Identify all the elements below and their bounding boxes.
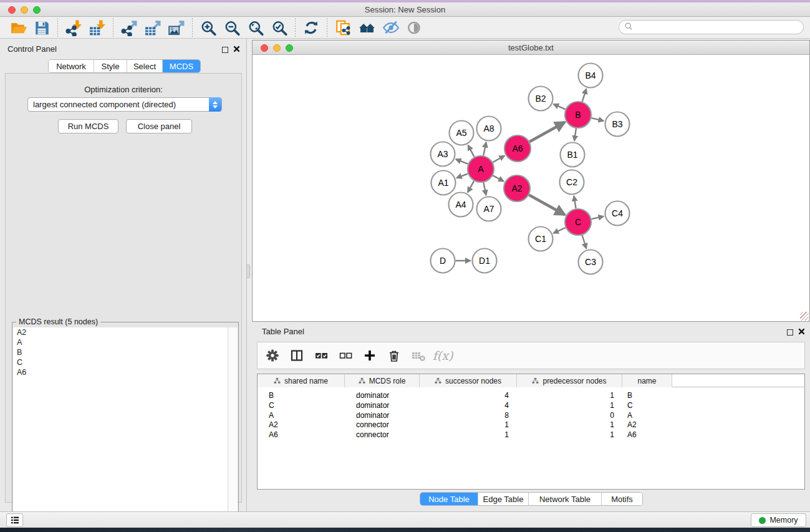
graph-edge-B-B2[interactable] <box>554 104 566 109</box>
network-canvas[interactable]: B4B2BB3A8A5A6A3B1AA1C2A2A4A7C4CC1C3DD1 <box>253 56 809 321</box>
cell-predecessor_nodes-row1[interactable]: 1 <box>517 400 614 410</box>
graph-node-C1[interactable]: C1 <box>529 227 553 251</box>
run-mcds-button[interactable]: Run MCDS <box>58 119 118 133</box>
tab-edge-table[interactable]: Edge Table <box>478 493 529 505</box>
graph-edge-A-A6[interactable] <box>493 156 504 163</box>
graph-edge-B-B1[interactable] <box>574 128 576 141</box>
zoom-fit-content-button[interactable] <box>244 18 268 37</box>
cell-mcds_role-row4[interactable]: connector <box>356 430 389 440</box>
cell-predecessor_nodes-row4[interactable]: 1 <box>517 430 614 440</box>
select-all-columns-button[interactable] <box>312 347 330 364</box>
cell-shared_name-row0[interactable]: B <box>269 390 274 400</box>
graph-node-A8[interactable]: A8 <box>477 117 501 141</box>
mcds-result-item[interactable]: A <box>13 337 229 347</box>
tab-network-table[interactable]: Network Table <box>529 493 602 505</box>
graph-edge-A-A2[interactable] <box>493 175 503 181</box>
graph-edge-C-C1[interactable] <box>554 228 566 233</box>
memory-button[interactable]: Memory <box>751 513 806 527</box>
graph-node-A4[interactable]: A4 <box>449 193 473 217</box>
close-panel-icon[interactable] <box>233 45 240 54</box>
graph-edge-A-A5[interactable] <box>468 145 475 157</box>
mcds-result-item[interactable]: A2 <box>13 327 229 337</box>
graph-node-B4[interactable]: B4 <box>579 64 603 88</box>
graph-edge-A2-C[interactable] <box>529 195 565 215</box>
cell-successor_nodes-row2[interactable]: 8 <box>420 410 509 420</box>
cell-successor_nodes-row4[interactable]: 1 <box>420 430 509 440</box>
graph-edge-A-A7[interactable] <box>483 183 486 195</box>
graph-node-A1[interactable]: A1 <box>432 171 456 195</box>
graph-node-B[interactable]: B <box>565 102 591 128</box>
graph-node-A3[interactable]: A3 <box>431 142 455 167</box>
column-header-shared-name[interactable]: shared name <box>258 374 345 387</box>
zoom-selected-button[interactable] <box>268 18 291 37</box>
graph-node-B3[interactable]: B3 <box>605 112 630 137</box>
cell-name-row1[interactable]: C <box>627 400 633 410</box>
search-input[interactable] <box>633 21 803 33</box>
float-panel-icon[interactable] <box>222 47 228 53</box>
cell-shared_name-row1[interactable]: C <box>269 400 274 410</box>
mcds-result-item[interactable]: C <box>13 357 229 367</box>
graph-edge-C-C4[interactable] <box>592 216 604 219</box>
tab-network[interactable]: Network <box>49 60 94 72</box>
hide-panels-button[interactable] <box>378 18 402 37</box>
graph-edge-A-A3[interactable] <box>456 159 468 164</box>
tab-style[interactable]: Style <box>94 60 127 72</box>
graph-node-A5[interactable]: A5 <box>450 121 474 145</box>
tab-node-table[interactable]: Node Table <box>420 493 478 505</box>
apply-layout-button[interactable] <box>299 18 323 37</box>
tab-mcds[interactable]: MCDS <box>163 60 200 72</box>
graph-node-D[interactable]: D <box>431 249 455 273</box>
tab-motifs[interactable]: Motifs <box>602 493 642 505</box>
duplicate-network-button[interactable] <box>331 18 355 37</box>
column-header-predecessor-nodes[interactable]: predecessor nodes <box>517 374 622 387</box>
cell-name-row2[interactable]: A <box>627 410 632 420</box>
network-window-titlebar[interactable]: testGlobe.txt <box>253 41 809 55</box>
split-columns-button[interactable] <box>288 347 306 364</box>
export-image-button[interactable] <box>165 18 188 37</box>
cell-successor_nodes-row0[interactable]: 4 <box>420 390 509 400</box>
save-session-button[interactable] <box>30 18 54 37</box>
column-header-name[interactable]: name <box>622 374 672 387</box>
export-network-button[interactable] <box>117 18 141 37</box>
resize-grip-icon[interactable] <box>800 312 809 321</box>
mcds-result-item[interactable]: A6 <box>13 367 229 377</box>
import-table-button[interactable] <box>85 18 109 37</box>
zoom-in-button[interactable] <box>196 18 220 37</box>
cell-successor_nodes-row1[interactable]: 4 <box>420 400 509 410</box>
cell-successor_nodes-row3[interactable]: 1 <box>420 420 509 430</box>
graph-edge-C-C3[interactable] <box>582 235 587 249</box>
import-network-button[interactable] <box>62 18 85 37</box>
tab-select[interactable]: Select <box>127 60 163 72</box>
graph-edge-A-A8[interactable] <box>483 142 486 155</box>
column-header-MCDS-role[interactable]: MCDS role <box>345 374 420 387</box>
cell-name-row0[interactable]: B <box>627 390 632 400</box>
cell-shared_name-row2[interactable]: A <box>269 410 274 420</box>
graph-edge-A6-B[interactable] <box>529 122 565 142</box>
cell-mcds_role-row1[interactable]: dominator <box>356 400 389 410</box>
close-panel-button[interactable]: Close panel <box>126 119 192 133</box>
float-table-panel-icon[interactable] <box>787 329 793 336</box>
graph-node-A6[interactable]: A6 <box>504 135 531 162</box>
graph-node-C[interactable]: C <box>565 209 591 235</box>
cell-shared_name-row3[interactable]: A2 <box>269 420 278 430</box>
graph-node-A7[interactable]: A7 <box>477 197 501 221</box>
criterion-select[interactable]: largest connected component (directed) <box>27 97 222 112</box>
cell-name-row4[interactable]: A6 <box>627 430 637 440</box>
graph-node-C2[interactable]: C2 <box>560 170 584 195</box>
graph-node-D1[interactable]: D1 <box>473 249 497 273</box>
create-column-button[interactable] <box>361 347 378 364</box>
show-panels-button[interactable] <box>402 18 426 37</box>
cell-predecessor_nodes-row2[interactable]: 0 <box>517 410 614 420</box>
table-settings-button[interactable] <box>264 347 281 364</box>
cell-mcds_role-row2[interactable]: dominator <box>356 410 389 420</box>
unselect-all-columns-button[interactable] <box>337 347 354 364</box>
open-session-button[interactable] <box>6 18 30 37</box>
cell-mcds_role-row0[interactable]: dominator <box>356 390 389 400</box>
graph-node-C4[interactable]: C4 <box>605 201 630 226</box>
graph-edge-B-B4[interactable] <box>582 89 587 102</box>
graph-node-A[interactable]: A <box>468 156 494 182</box>
graph-edge-B-B3[interactable] <box>591 118 604 121</box>
mcds-result-item[interactable]: B <box>13 347 229 357</box>
graph-edge-A-A4[interactable] <box>468 181 474 192</box>
cell-mcds_role-row3[interactable]: connector <box>356 420 389 430</box>
